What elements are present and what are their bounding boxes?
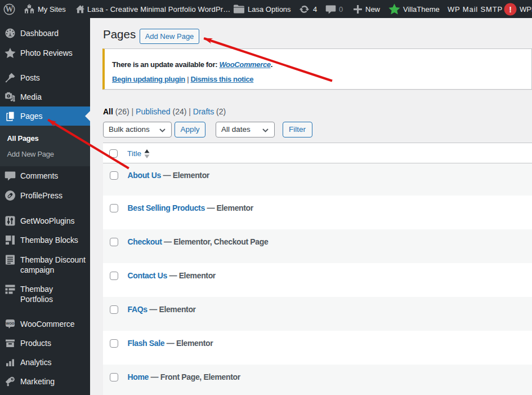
- svg-text:W: W: [6, 5, 14, 14]
- svg-text:!: !: [509, 5, 512, 14]
- svg-text:WOO: WOO: [6, 322, 15, 325]
